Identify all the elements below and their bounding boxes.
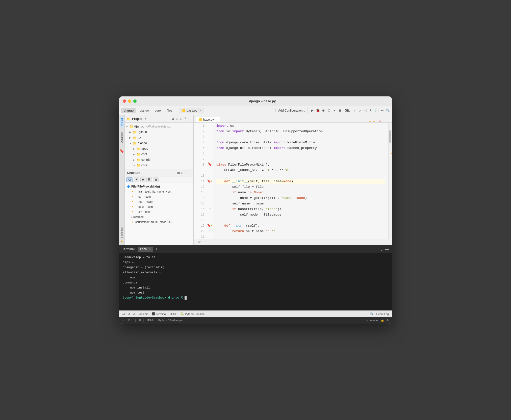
bookmark-11[interactable]: 🔖 [207, 179, 211, 183]
bookmark-8[interactable]: 🔖 [208, 162, 212, 167]
code-line-12: self.file = file [216, 184, 385, 190]
error-icon: ↑ [376, 119, 378, 122]
status-git[interactable]: ⎇ Git [122, 312, 130, 316]
terminal-tab-close[interactable]: ✕ [148, 247, 151, 251]
terminal-tab-local[interactable]: Local ✕ [138, 247, 153, 252]
filter-star-btn[interactable]: ★ [134, 177, 139, 182]
terminal-status-label: Terminal [156, 312, 167, 316]
status-todo[interactable]: TODO [169, 312, 177, 316]
code-editor[interactable]: 12345 678910 1112131415 1617181920 21 [194, 123, 392, 239]
profile-icon[interactable]: ⏱ [327, 109, 331, 113]
settings-icon[interactable]: ⚙ [171, 117, 174, 121]
left-side-strip: Project Database 🔖 Favorites ★ [119, 115, 125, 245]
git-pull-icon[interactable]: ◁ [364, 109, 368, 113]
terminal-line-5: npm [123, 275, 388, 280]
scrollbar-track[interactable] [388, 123, 392, 239]
run-icon[interactable]: ▶ [310, 109, 314, 113]
bottom-panel: Terminal: Local ✕ + ⋮ — usedevelop = fal… [119, 245, 392, 310]
terminal-line-2: deps = [123, 260, 388, 265]
struct-close-icon[interactable]: — [188, 171, 191, 175]
checkmark-icon: ✓ [122, 319, 124, 322]
status-bar: ⎇ Git ⚠ Problems ⬛ Terminal TODO 🐍 Pytho… [119, 310, 392, 317]
problems-label: Problems [137, 312, 148, 316]
git-push-icon[interactable]: ▷ [358, 109, 362, 113]
filter-diamond-btn[interactable]: ◆ [140, 177, 145, 182]
status-python-console[interactable]: 🐍 Python Console [181, 312, 205, 316]
git-branch-icon[interactable]: ⑂ [352, 109, 356, 113]
maximize-button[interactable] [133, 99, 137, 103]
expand-icon[interactable]: ⊞ [176, 117, 178, 121]
tree-item-contrib[interactable]: ▶ 📁 contrib [125, 157, 193, 163]
view-grid-btn[interactable]: ▦ [153, 177, 159, 182]
add-configuration-button[interactable]: Add Configuration... [275, 108, 308, 113]
tree-item-apps[interactable]: ▶ 📁 apps [125, 146, 193, 151]
code-body[interactable]: import os from io import BytesIO, String… [213, 123, 388, 239]
branch-label[interactable]: master [370, 319, 379, 322]
favorites-star-icon[interactable]: ★ [120, 239, 124, 243]
scrollbar-thumb[interactable] [389, 130, 391, 143]
status-terminal[interactable]: ⬛ Terminal [151, 312, 167, 316]
side-tab-project[interactable]: Project [120, 117, 124, 127]
struct-item-class[interactable]: 🔷 File(FileProxyMixin) [125, 184, 193, 189]
tree-item-django[interactable]: ▼ 📁 django [125, 140, 193, 146]
encoding-label[interactable]: UTF-8 [146, 319, 154, 322]
struct-item-init[interactable]: 🔸 __init__(self, file, name=Non… [125, 189, 193, 194]
struct-collapse-icon[interactable]: ⊟ [181, 171, 183, 175]
editor-tab-basepy[interactable]: 🟡 base.py ✕ [196, 117, 220, 122]
struct-item-repr[interactable]: 🔸 __repr__(self) [125, 199, 193, 204]
more-icon[interactable]: ▾ [333, 109, 337, 113]
struct-expand-icon[interactable]: ⊞ [177, 171, 180, 175]
coverage-icon[interactable]: ⏺ [321, 109, 325, 113]
struct-item-chunks[interactable]: 🔸 chunks(self, chunk_size=No… [125, 219, 193, 224]
sort-az-btn[interactable]: AZ [126, 177, 133, 182]
tree-item-tx[interactable]: ▶ 📁 .tx [125, 135, 193, 140]
file-tab-basepy[interactable]: 🟡 base.py ✕ [179, 108, 204, 113]
status-problems[interactable]: ⚠ Problems [133, 312, 148, 316]
terminal-more-icon[interactable]: ⋮ [380, 247, 383, 251]
git-history-icon[interactable]: 🕐 [375, 109, 379, 113]
dropdown-icon[interactable]: ▾ [145, 117, 146, 120]
minimize-button[interactable] [128, 99, 131, 103]
toolbar-tab-django2[interactable]: django [137, 108, 151, 113]
toolbar-tab-files[interactable]: files [164, 108, 175, 113]
warning-count: 1 [373, 119, 375, 122]
scroll-down-icon[interactable]: ↓ [385, 119, 387, 122]
git-search-icon[interactable]: 🔍 [386, 109, 390, 113]
side-tab-favorites[interactable]: Favorites [120, 226, 124, 239]
bookmark-19[interactable]: 🔖 [207, 224, 211, 227]
tree-item-root[interactable]: ▼ 📁 django ~/Workspace/django [125, 124, 193, 129]
python-version-label[interactable]: Python 3.9 (django) [158, 319, 183, 322]
side-icon-bookmarks[interactable]: 🔖 [119, 148, 124, 154]
side-tab-database[interactable]: Database [120, 131, 124, 145]
settings-icon2[interactable]: ⚙ [386, 319, 389, 322]
terminal-add-button[interactable]: + [155, 247, 158, 251]
terminal-body[interactable]: usedevelop = false deps = changedir = {t… [119, 253, 392, 310]
debug-icon[interactable]: 🐞 [316, 109, 320, 113]
collapse-icon[interactable]: ⊟ [180, 117, 182, 121]
line-ending-label[interactable]: LF [138, 319, 141, 322]
tree-item-github[interactable]: ▶ 📁 .github [125, 129, 193, 135]
tree-item-conf[interactable]: ▶ 📁 conf [125, 151, 193, 157]
toolbar-tab-django[interactable]: django [121, 108, 136, 113]
tab-close-icon[interactable]: ✕ [215, 118, 217, 121]
close-tree-icon[interactable]: — [188, 117, 191, 121]
git-update-icon[interactable]: ↻ [369, 109, 373, 113]
terminal-minimize-icon[interactable]: — [385, 247, 389, 251]
struct-item-size[interactable]: ▸ size(self) [125, 214, 193, 219]
terminal-line-7: npm install [123, 285, 388, 290]
struct-more-icon[interactable]: ⋮ [184, 171, 187, 175]
struct-item-str[interactable]: 🔸 __str__(self) [125, 194, 193, 199]
tree-item-core[interactable]: ▼ 📁 core [125, 163, 193, 168]
struct-item-len[interactable]: 🔸 __len__(self) [125, 209, 193, 214]
close-button[interactable] [123, 99, 126, 103]
stop-icon[interactable]: ⏹ [338, 109, 342, 113]
view-list-btn[interactable]: ☰ [146, 177, 152, 182]
git-rollback-icon[interactable]: ↩ [380, 109, 384, 113]
struct-item-bool[interactable]: 🔸 __bool__(self) [125, 204, 193, 209]
toolbar-tab-core[interactable]: core [152, 108, 163, 113]
more-options-icon[interactable]: ⋮ [184, 117, 187, 121]
close-icon[interactable]: ✕ [199, 109, 201, 112]
scroll-up-icon[interactable]: ↑ [382, 119, 384, 122]
event-log-label[interactable]: Event Log [376, 312, 389, 316]
toolbar: django django core files 🟡 base.py ✕ Add… [119, 106, 392, 115]
